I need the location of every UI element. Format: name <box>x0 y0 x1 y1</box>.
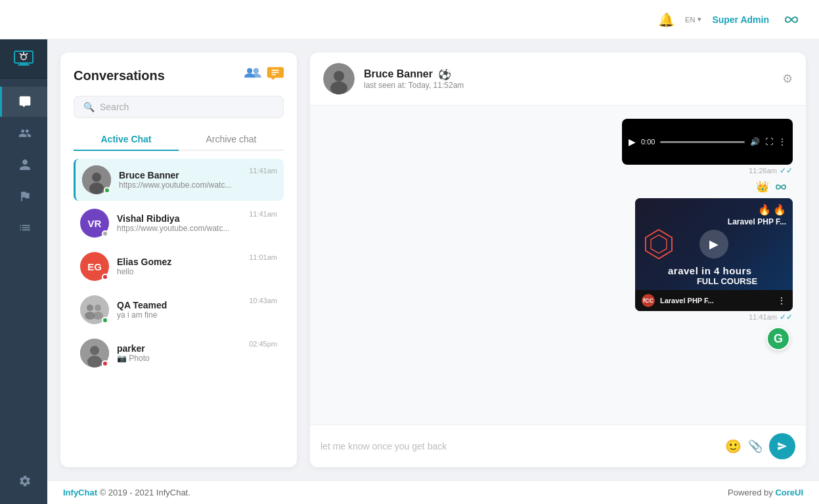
settings-icon <box>18 474 32 488</box>
youtube-thumbnail[interactable]: ▶ 🔥 🔥 Laravel PHP F... <box>635 198 793 311</box>
sidebar-item-chat[interactable] <box>0 87 47 117</box>
status-offline <box>102 274 108 280</box>
conversations-panel: Conversations <box>60 52 297 467</box>
search-box: 🔍 <box>74 96 284 118</box>
conv-header-icons <box>244 66 284 85</box>
badge-row: 👑 <box>323 180 790 193</box>
people-icon[interactable] <box>244 66 261 85</box>
chat-preview-parker: 📷 Photo <box>117 354 241 363</box>
status-online <box>104 187 110 194</box>
svg-rect-2 <box>18 64 30 66</box>
message-youtube-video: ▶ 🔥 🔥 Laravel PHP F... <box>323 198 793 322</box>
new-chat-icon[interactable] <box>267 66 284 85</box>
yt-channel-icon: fCC <box>642 294 655 307</box>
chat-item-qa[interactable]: QA Teamed ya i am fine 10:43am <box>74 289 284 331</box>
chat-item-parker[interactable]: parker 📷 Photo 02:45pm <box>74 332 284 374</box>
lang-label: EN <box>685 16 695 24</box>
emoji-button[interactable]: 🙂 <box>725 438 742 454</box>
message-input[interactable] <box>321 441 719 452</box>
chat-name-bruce: Bruce Banner <box>119 170 241 180</box>
conversations-title: Conversations <box>74 68 165 83</box>
user-name[interactable]: Super Admin <box>712 14 769 25</box>
flag-icon <box>18 190 32 203</box>
footer-coreui-link[interactable]: CoreUI <box>775 488 803 497</box>
chat-settings-gear-icon[interactable]: ⚙ <box>782 72 793 86</box>
chat-info-bruce: Bruce Banner https://www.youtube.com/wat… <box>119 170 241 190</box>
video-volume-icon[interactable]: 🔊 <box>750 137 760 146</box>
sidebar-item-flags[interactable] <box>0 181 47 211</box>
main-content: Conversations <box>47 39 819 504</box>
footer-left: InfyChat © 2019 - 2021 InfyChat. <box>63 488 190 497</box>
yt-play-button[interactable]: ▶ <box>699 230 728 259</box>
video-play-icon[interactable]: ▶ <box>629 136 636 147</box>
page-footer: InfyChat © 2019 - 2021 InfyChat. Powered… <box>47 480 819 504</box>
chat-header: Bruce Banner ⚽ last seen at: Today, 11:5… <box>310 52 806 106</box>
svg-point-11 <box>89 182 104 194</box>
search-icon: 🔍 <box>83 102 95 112</box>
sidebar-nav <box>0 79 47 243</box>
svg-point-3 <box>21 54 26 60</box>
chat-time-bruce: 11:41am <box>249 167 277 175</box>
sender-avatar: G <box>766 327 790 350</box>
sidebar-bottom <box>16 466 32 504</box>
video-more-icon[interactable]: ⋮ <box>778 137 786 146</box>
svg-rect-8 <box>271 74 276 75</box>
sidebar-item-reports[interactable] <box>0 213 47 243</box>
send-button[interactable] <box>769 433 795 459</box>
svg-rect-6 <box>271 72 278 74</box>
chat-contact-name: Bruce Banner ⚽ <box>364 68 773 81</box>
svg-point-10 <box>92 173 101 182</box>
chat-name-parker: parker <box>117 343 241 354</box>
yt-bar-title: Laravel PHP F... <box>660 297 772 304</box>
svg-rect-1 <box>20 63 28 64</box>
svg-marker-23 <box>646 230 672 259</box>
chat-item-elias[interactable]: EG Elias Gomez hello 11:01am <box>74 245 284 287</box>
svg-marker-24 <box>651 235 667 253</box>
yt-more-icon[interactable]: ⋮ <box>777 295 786 306</box>
chat-info-vishal: Vishal Ribdiya https://www.youtube.com/w… <box>117 213 241 233</box>
sender-avatar-row: G <box>323 327 793 350</box>
footer-brand-name[interactable]: InfyChat <box>63 488 97 497</box>
sidebar-item-groups[interactable] <box>0 118 47 148</box>
topbar: 🔔 EN ▾ Super Admin <box>0 0 819 39</box>
chat-item-bruce[interactable]: Bruce Banner https://www.youtube.com/wat… <box>74 159 284 201</box>
main-inner: Conversations <box>47 39 819 480</box>
svg-rect-7 <box>271 70 278 71</box>
chat-info-elias: Elias Gomez hello <box>117 257 241 276</box>
language-selector[interactable]: EN ▾ <box>685 15 701 24</box>
video-seekbar[interactable] <box>660 141 745 143</box>
chat-time-vishal: 11:41am <box>249 210 277 218</box>
sidebar-item-users[interactable] <box>0 150 47 180</box>
video-expand-icon[interactable]: ⛶ <box>765 137 773 146</box>
svg-point-13 <box>87 304 93 311</box>
chat-window: Bruce Banner ⚽ last seen at: Today, 11:5… <box>310 52 806 467</box>
footer-right: Powered by CoreUI <box>728 488 803 497</box>
chat-info-parker: parker 📷 Photo <box>117 343 241 363</box>
send-icon <box>777 441 787 452</box>
notification-bell-icon[interactable]: 🔔 <box>658 12 675 28</box>
video-player[interactable]: ▶ 0:00 🔊 ⛶ ⋮ <box>622 119 793 165</box>
chat-item-vishal[interactable]: VR Vishal Ribdiya https://www.youtube.co… <box>74 202 284 244</box>
messages-area[interactable]: ▶ 0:00 🔊 ⛶ ⋮ <box>310 106 806 425</box>
chat-preview-bruce: https://www.youtube.com/watc... <box>119 180 241 190</box>
message-video-player: ▶ 0:00 🔊 ⛶ ⋮ <box>323 119 793 175</box>
sidebar <box>0 39 47 504</box>
search-input[interactable] <box>100 102 274 112</box>
avatar-wrap-parker <box>80 339 109 368</box>
msg-check-2: ✓✓ <box>780 312 793 322</box>
tab-archive-chat[interactable]: Archive chat <box>179 129 284 151</box>
chat-name-vishal: Vishal Ribdiya <box>117 213 241 224</box>
contact-emoji: ⚽ <box>438 68 451 81</box>
msg-check-1: ✓✓ <box>780 166 793 175</box>
chat-preview-vishal: https://www.youtube.com/watc... <box>117 224 241 233</box>
full-course-text: FULL COURSE <box>668 276 786 286</box>
attachment-button[interactable]: 📎 <box>748 439 763 453</box>
sidebar-item-settings[interactable] <box>16 466 32 496</box>
svg-point-14 <box>95 304 101 311</box>
chat-name-elias: Elias Gomez <box>117 257 241 267</box>
tab-active-chat[interactable]: Active Chat <box>74 129 179 151</box>
footer-copy: © 2019 - 2021 InfyChat. <box>100 488 190 497</box>
yt-video-title: Laravel PHP F... <box>728 217 786 226</box>
laravel-hours-text: aravel in 4 hours <box>668 265 786 276</box>
chat-preview-qa: ya i am fine <box>117 310 241 320</box>
